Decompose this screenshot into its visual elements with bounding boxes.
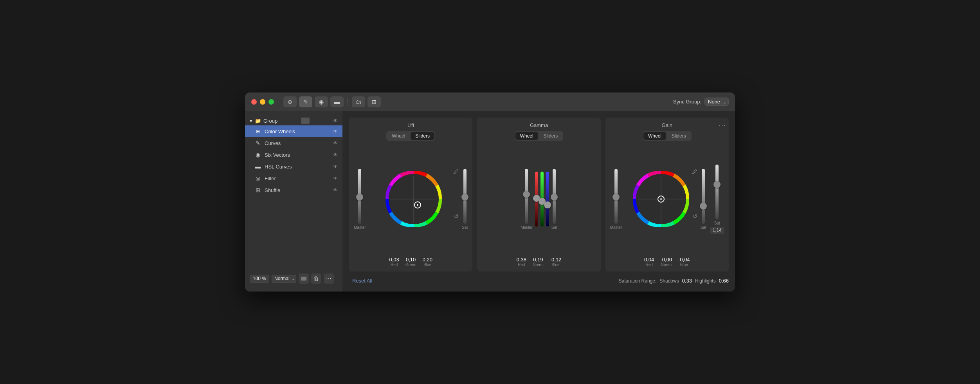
lift-tab-sliders[interactable]: Sliders	[411, 132, 434, 140]
hsl-curves-eye-icon[interactable]: 👁	[333, 164, 338, 169]
sidebar-footer: Normal 🗑 ⋯	[245, 270, 342, 287]
gain-green-value-col: -0,00 Green	[660, 257, 672, 267]
wheels-row: Lift Wheel Sliders Master	[349, 118, 729, 272]
lift-master-track[interactable]	[358, 169, 361, 224]
sidebar-item-hsl-curves[interactable]: ▬ HSL Curves 👁	[245, 161, 342, 172]
maximize-button[interactable]	[268, 99, 274, 105]
gain-extra-sat-track[interactable]	[715, 165, 719, 219]
gamma-tab-wheel[interactable]: Wheel	[515, 132, 538, 140]
gain-tab-sliders[interactable]: Sliders	[667, 132, 691, 140]
lift-reset-btn[interactable]: ↺	[454, 213, 459, 219]
gain-tab-wheel[interactable]: Wheel	[643, 132, 666, 140]
gain-green-value: -0,00	[660, 257, 672, 263]
clip-btn[interactable]	[299, 274, 309, 284]
tool-btn-4[interactable]: ▬	[330, 96, 344, 107]
blend-mode-select[interactable]: Normal	[272, 275, 296, 283]
lift-red-value-col: 0,03 Red	[389, 257, 399, 267]
lift-master-thumb[interactable]	[356, 194, 363, 201]
gain-extra-sat: Sat 1,14	[710, 165, 724, 234]
shuffle-eye-icon[interactable]: 👁	[333, 187, 338, 193]
gamma-red-track[interactable]	[535, 172, 538, 226]
sidebar-item-filter[interactable]: ◎ Filter 👁	[245, 172, 342, 184]
gain-master-track[interactable]	[614, 169, 618, 224]
gain-more-btn[interactable]: ⋯	[719, 121, 726, 129]
clip-icon	[301, 277, 306, 281]
six-vectors-eye-icon[interactable]: 👁	[333, 152, 338, 158]
lift-sat-thumb[interactable]	[461, 194, 468, 201]
close-button[interactable]	[251, 99, 257, 105]
gain-eyedropper-btn[interactable]: 🖊	[692, 168, 697, 175]
lift-sat-track[interactable]	[463, 169, 467, 224]
gamma-blue-value-col: -0,12 Blue	[550, 257, 562, 267]
gamma-content: Master	[482, 144, 596, 254]
sidebar-item-shuffle[interactable]: ⊞ Shuffle 👁	[245, 184, 342, 196]
gamma-values-row: 0,38 Red 0,19 Green -0,12 Blue	[517, 257, 562, 267]
gain-values-row: 0,04 Red -0,00 Green -0,04 Blue	[644, 257, 690, 267]
sync-group-area: Sync Group: None	[673, 98, 729, 106]
sidebar-item-color-wheels[interactable]: ⊕ Color Wheels 👁	[245, 125, 342, 137]
gamma-green-track[interactable]	[540, 172, 544, 226]
highlights-label: Highlights	[695, 278, 716, 284]
minimize-button[interactable]	[260, 99, 265, 105]
gamma-blue-label: Blue	[552, 263, 560, 267]
gain-extra-sat-thumb[interactable]	[713, 181, 721, 188]
sidebar-item-six-vectors[interactable]: ◉ Six Vectors 👁	[245, 149, 342, 161]
gain-reset-btn[interactable]: ↺	[693, 213, 697, 219]
gamma-sat-thumb[interactable]	[551, 194, 558, 201]
lift-blue-label: Blue	[423, 263, 431, 267]
gain-green-label: Green	[661, 263, 672, 267]
gamma-sat-track[interactable]	[553, 169, 556, 224]
reset-all-button[interactable]: Reset All	[349, 276, 375, 285]
gamma-green-value-col: 0,19 Green	[533, 257, 544, 267]
group-clip-icon	[301, 118, 310, 124]
sidebar-item-label-shuffle: Shuffle	[265, 187, 280, 193]
group-eye-icon[interactable]: 👁	[333, 118, 338, 123]
gamma-blue-slider-col	[546, 172, 549, 226]
more-options-footer-btn[interactable]: ⋯	[324, 274, 334, 284]
tool-btn-3[interactable]: ◉	[315, 96, 328, 107]
gamma-blue-track[interactable]	[546, 172, 549, 226]
lift-eyedropper-btn[interactable]: 🖊	[453, 168, 459, 175]
curves-eye-icon[interactable]: 👁	[333, 140, 338, 146]
sync-group-select[interactable]: None	[704, 98, 729, 106]
app-window: ⊕ ✎ ◉ ▬ 🗂 ⊞ Sync Group: None ▾ 📁 Group	[245, 92, 735, 292]
gain-master-label: Master	[610, 225, 622, 230]
gamma-red-slider-col	[535, 172, 538, 226]
sidebar-item-curves[interactable]: ✎ Curves 👁	[245, 137, 342, 149]
hsl-curves-icon: ▬	[254, 163, 261, 170]
tool-btn-1[interactable]: ⊕	[283, 96, 297, 107]
toolbar: ⊕ ✎ ◉ ▬ 🗂 ⊞	[283, 96, 381, 107]
lift-color-wheel-svg[interactable]	[382, 168, 445, 230]
gain-extra-sat-label: Sat	[714, 221, 720, 225]
sidebar-item-label-curves: Curves	[265, 140, 281, 146]
gain-color-wheel-svg[interactable]	[630, 168, 692, 230]
gain-cursor-center	[660, 198, 662, 200]
sidebar-item-label-six-vectors: Six Vectors	[265, 152, 290, 158]
saturation-range-area: Saturation Range: Shadows 0,33 Highlight…	[619, 278, 729, 284]
color-wheels-eye-icon[interactable]: 👁	[333, 129, 338, 134]
tool-btn-2[interactable]: ✎	[299, 96, 312, 107]
grid-button[interactable]: ⊞	[368, 96, 381, 107]
lift-cursor-center	[417, 204, 418, 206]
delete-btn[interactable]: 🗑	[311, 274, 321, 284]
color-wheels-icon: ⊕	[254, 128, 261, 135]
gain-wheel-canvas: 🖊 ↺	[624, 168, 698, 230]
sat-range-label: Saturation Range:	[619, 278, 657, 284]
gamma-master-track[interactable]	[525, 169, 528, 224]
folder-button[interactable]: 🗂	[352, 96, 365, 107]
gain-sat-thumb[interactable]	[700, 203, 707, 210]
gain-blue-value-col: -0,04 Blue	[678, 257, 690, 267]
sidebar-item-label-filter: Filter	[265, 176, 276, 181]
gamma-sat-label: Sat	[551, 225, 557, 230]
gamma-blue-thumb[interactable]	[544, 201, 551, 208]
gain-master-thumb[interactable]	[612, 194, 620, 201]
lift-tab-wheel[interactable]: Wheel	[387, 132, 410, 140]
filter-eye-icon[interactable]: 👁	[333, 176, 338, 181]
gain-sat-track[interactable]	[702, 169, 705, 224]
opacity-input[interactable]	[250, 275, 269, 283]
gamma-tab-sliders[interactable]: Sliders	[539, 132, 563, 140]
sidebar-group-header[interactable]: ▾ 📁 Group 👁	[245, 116, 342, 125]
chevron-icon: ▾	[250, 118, 252, 124]
gain-content: Master	[610, 144, 724, 254]
gamma-master-thumb[interactable]	[523, 191, 530, 198]
